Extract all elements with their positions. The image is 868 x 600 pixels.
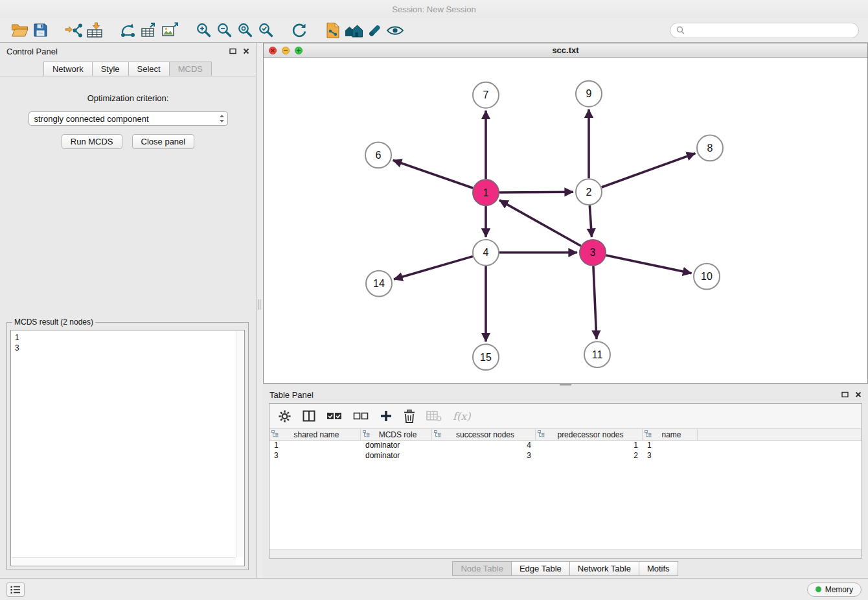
table-tab-motifs[interactable]: Motifs (639, 561, 678, 576)
memory-button[interactable]: Memory (807, 583, 862, 597)
zoom-fit-button[interactable] (234, 20, 255, 41)
network-close-button[interactable] (269, 47, 277, 54)
unselect-all-button[interactable] (353, 411, 369, 421)
edge-3-10[interactable] (606, 255, 692, 273)
column-header-mcds-role[interactable]: MCDS role (361, 429, 432, 440)
export-image-button[interactable] (159, 20, 180, 41)
node-15[interactable]: 15 (473, 344, 499, 370)
node-4[interactable]: 4 (473, 240, 499, 266)
node-9[interactable]: 9 (576, 81, 602, 107)
table-cell-successor-nodes[interactable]: 4 (432, 441, 536, 451)
column-visibility-button[interactable] (303, 410, 315, 422)
close-panel-button[interactable]: Close panel (132, 134, 195, 149)
table-cell-shared-name[interactable]: 3 (269, 451, 361, 461)
splitter-grip-icon (258, 299, 262, 310)
node-8[interactable]: 8 (697, 135, 723, 161)
vertical-splitter[interactable] (257, 43, 263, 578)
table-tabs: Node TableEdge TableNetwork TableMotifs (263, 561, 868, 576)
table-cell-mcds-role[interactable]: dominator (361, 451, 432, 461)
table-row[interactable]: 1dominator411 (269, 441, 862, 451)
node-14[interactable]: 14 (366, 271, 392, 297)
run-mcds-button[interactable]: Run MCDS (62, 134, 122, 149)
column-header-predecessor-nodes[interactable]: predecessor nodes (536, 429, 643, 440)
table-tab-edge-table[interactable]: Edge Table (511, 561, 570, 576)
close-panel-icon[interactable] (243, 47, 249, 56)
zoom-in-button[interactable] (193, 20, 214, 41)
main-toolbar (0, 18, 868, 43)
zoom-out-button[interactable] (214, 20, 234, 41)
export-table-button[interactable] (139, 20, 159, 41)
select-all-button[interactable] (326, 411, 342, 421)
refresh-layout-button[interactable] (289, 20, 310, 41)
control-tab-style[interactable]: Style (92, 62, 129, 76)
control-tab-network[interactable]: Network (43, 62, 93, 76)
table-settings-button[interactable] (278, 410, 291, 423)
status-menu-button[interactable] (6, 583, 25, 597)
columns-icon (303, 410, 315, 422)
column-header-successor-nodes[interactable]: successor nodes (432, 429, 536, 440)
table-cell-predecessor-nodes[interactable]: 2 (536, 451, 643, 461)
criterion-dropdown[interactable]: strongly connected component (29, 111, 228, 126)
network-canvas[interactable]: 7968123410141511 (264, 58, 867, 382)
dropdown-arrows-icon (219, 114, 225, 123)
control-tab-select[interactable]: Select (128, 62, 170, 76)
node-11[interactable]: 11 (584, 341, 610, 367)
column-header-name[interactable]: name (643, 429, 698, 440)
table-cell-successor-nodes[interactable]: 3 (432, 451, 536, 461)
open-session-button[interactable] (9, 20, 30, 41)
float-table-panel-icon[interactable] (841, 390, 849, 400)
table-panel: Table Panel (263, 386, 868, 578)
table-cell-name[interactable]: 3 (643, 451, 698, 461)
node-6[interactable]: 6 (365, 142, 391, 168)
table-cell-name[interactable]: 1 (643, 441, 698, 451)
table-cell-mcds-role[interactable]: dominator (361, 441, 432, 451)
node-label: 14 (373, 278, 385, 289)
node-2[interactable]: 2 (576, 179, 602, 205)
new-network-button[interactable] (118, 20, 139, 41)
node-7[interactable]: 7 (473, 82, 499, 108)
zoom-selected-icon (258, 22, 274, 38)
import-network-button[interactable] (63, 20, 84, 41)
show-hide-button[interactable] (385, 20, 405, 41)
paint-style-button[interactable] (364, 20, 385, 41)
edge-2-8[interactable] (602, 154, 696, 187)
new-network-icon (120, 23, 137, 38)
table-cell-predecessor-nodes[interactable]: 1 (536, 441, 643, 451)
edge-4-14[interactable] (394, 257, 473, 279)
table-hscrollbar[interactable] (269, 549, 862, 558)
save-session-button[interactable] (30, 20, 51, 41)
first-neighbors-button[interactable] (323, 20, 343, 41)
houses-button[interactable] (343, 20, 364, 41)
node-label: 6 (376, 150, 382, 161)
node-label: 7 (483, 89, 489, 100)
delete-row-button[interactable] (404, 410, 415, 423)
add-row-button[interactable] (380, 410, 393, 422)
edge-1-6[interactable] (393, 160, 474, 188)
network-maximize-button[interactable] (295, 47, 303, 54)
edge-1-2[interactable] (499, 192, 573, 192)
import-table-button[interactable] (84, 20, 105, 41)
column-header-shared-name[interactable]: shared name (269, 429, 361, 440)
table-tab-network-table[interactable]: Network Table (569, 561, 639, 576)
network-minimize-button[interactable] (282, 47, 290, 54)
table-cell-shared-name[interactable]: 1 (269, 441, 361, 451)
zoom-selected-button[interactable] (255, 20, 276, 41)
control-panel: Control Panel NetworkStyleSelectMCDS Opt… (0, 43, 257, 578)
zoom-fit-icon (237, 22, 253, 38)
node-label: 1 (483, 187, 489, 198)
mcds-result-list[interactable]: 1 3 (10, 330, 245, 566)
close-table-panel-icon[interactable] (855, 390, 862, 400)
float-panel-icon[interactable] (229, 47, 236, 56)
edge-3-11[interactable] (593, 266, 597, 340)
edge-3-1[interactable] (499, 200, 581, 246)
table-row[interactable]: 3dominator323 (269, 451, 862, 461)
table-tab-node-table[interactable]: Node Table (452, 561, 512, 576)
node-3[interactable]: 3 (580, 240, 606, 266)
trash-icon (404, 410, 415, 423)
table-panel-title: Table Panel (269, 390, 314, 400)
edge-2-3[interactable] (589, 205, 591, 237)
node-10[interactable]: 10 (694, 264, 720, 290)
node-1[interactable]: 1 (473, 179, 499, 205)
control-tab-mcds[interactable]: MCDS (169, 62, 212, 76)
search-input[interactable] (689, 26, 852, 35)
